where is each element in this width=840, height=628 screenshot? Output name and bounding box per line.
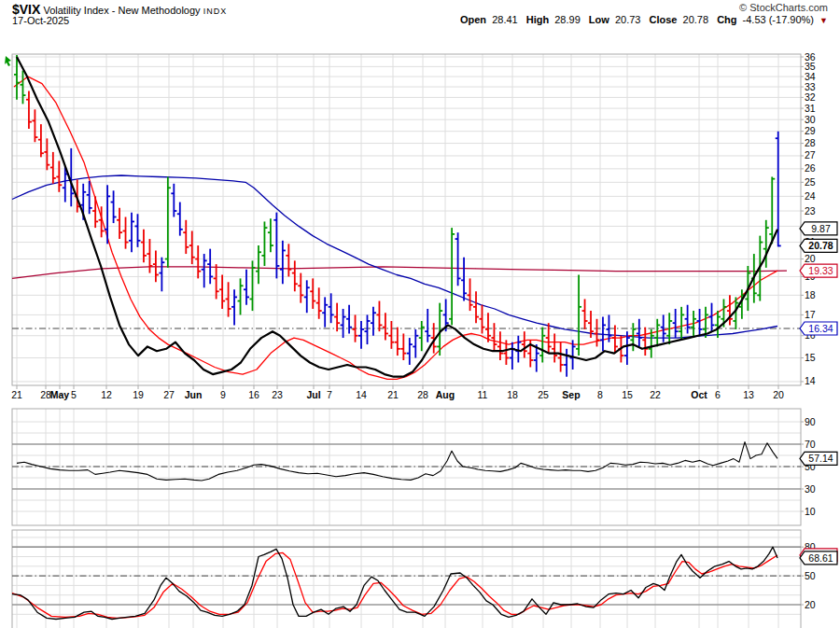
vix-chart-svg: 3635343332313029282726252423222120191817…	[0, 26, 840, 628]
stoch-panel-osc: 80502068.61	[12, 530, 837, 628]
svg-text:57.14: 57.14	[808, 453, 833, 464]
svg-text:Oct: Oct	[691, 389, 707, 400]
svg-text:28: 28	[805, 137, 816, 148]
stoch-panel-osc-label-68.61: 68.61	[800, 551, 837, 565]
svg-text:Jun: Jun	[185, 389, 203, 400]
rsi-panel-osc: 907050301057.14	[12, 409, 837, 525]
svg-text:70: 70	[805, 439, 816, 450]
svg-text:9.87: 9.87	[811, 223, 831, 234]
chg-down-arrow-icon: ▼	[819, 16, 828, 25]
svg-text:Jul: Jul	[306, 389, 320, 400]
svg-text:33: 33	[805, 81, 816, 92]
price-label-19.33: 19.33	[800, 264, 837, 277]
copyright: © StockCharts.com	[739, 2, 828, 13]
svg-text:17: 17	[805, 309, 816, 320]
blue-slow-ma	[12, 175, 777, 338]
svg-text:18: 18	[805, 289, 816, 300]
low-label: Low	[589, 14, 609, 25]
svg-text:22: 22	[650, 389, 661, 400]
svg-text:68.61: 68.61	[808, 552, 833, 564]
svg-text:May: May	[50, 389, 70, 400]
svg-text:30: 30	[805, 114, 816, 125]
price-label-16.34: 16.34	[800, 322, 837, 335]
svg-text:20: 20	[805, 253, 816, 264]
exchange-label: INDX	[203, 7, 228, 16]
svg-text:14: 14	[805, 375, 816, 386]
high-label: High	[526, 14, 549, 25]
svg-text:27: 27	[805, 149, 816, 160]
rsi-panel-osc-label-57.14: 57.14	[800, 452, 837, 465]
svg-text:29: 29	[805, 125, 816, 136]
svg-text:28: 28	[417, 389, 428, 400]
high-value: 28.99	[554, 14, 581, 25]
chart-date: 17-Oct-2025	[12, 15, 69, 26]
svg-text:Aug: Aug	[436, 389, 455, 400]
svg-text:27: 27	[163, 389, 175, 400]
svg-text:21: 21	[11, 389, 22, 400]
svg-text:Sep: Sep	[562, 389, 580, 400]
svg-text:11: 11	[478, 389, 488, 400]
svg-text:10: 10	[805, 506, 816, 517]
svg-text:24: 24	[805, 190, 816, 202]
svg-text:20.78: 20.78	[808, 240, 833, 251]
svg-text:13: 13	[743, 389, 754, 400]
svg-text:19: 19	[133, 389, 144, 400]
svg-text:19.33: 19.33	[808, 265, 833, 276]
price-label-20.78: 20.78	[800, 239, 837, 252]
x-axis-labels-top: 2128May5121927Jun91623Jul7142128Aug11182…	[11, 385, 784, 400]
svg-text:8: 8	[597, 389, 603, 400]
close-label: Close	[650, 14, 678, 25]
stoch-k-line	[12, 547, 777, 619]
price-label-9.87: 9.87	[800, 222, 837, 235]
svg-text:20: 20	[773, 389, 784, 400]
svg-text:5: 5	[71, 389, 77, 400]
chart-header: $VIX Volatility Index - New Methodology …	[12, 2, 828, 28]
svg-text:18: 18	[507, 389, 518, 400]
svg-text:14: 14	[356, 389, 367, 400]
cursor-icon	[5, 56, 11, 66]
rsi-line	[17, 442, 777, 481]
close-value: 20.78	[683, 14, 709, 25]
svg-text:90: 90	[805, 416, 816, 427]
svg-text:30: 30	[805, 483, 816, 495]
svg-text:31: 31	[805, 103, 816, 114]
price-panel: 3635343332313029282726252423222120191817…	[5, 51, 837, 387]
price-overlays	[12, 77, 787, 379]
svg-text:16.34: 16.34	[808, 323, 833, 334]
svg-text:50: 50	[805, 570, 816, 581]
quote-line: Open 28.41 High 28.99 Low 20.73 Close 20…	[460, 14, 828, 25]
svg-text:25: 25	[805, 176, 816, 188]
vix-chart-page: $VIX Volatility Index - New Methodology …	[0, 0, 840, 628]
svg-text:32: 32	[805, 91, 816, 103]
chg-value: -4.53 (-17.90%)	[743, 14, 814, 25]
low-value: 20.73	[615, 14, 641, 25]
open-label: Open	[460, 14, 486, 25]
svg-text:23: 23	[805, 205, 816, 216]
svg-text:12: 12	[101, 389, 112, 400]
svg-text:25: 25	[538, 389, 549, 400]
svg-text:9: 9	[220, 389, 226, 400]
svg-text:23: 23	[272, 389, 283, 400]
svg-text:6: 6	[715, 389, 721, 400]
svg-text:7: 7	[327, 389, 332, 400]
open-value: 28.41	[492, 14, 518, 25]
svg-text:21: 21	[387, 389, 399, 400]
svg-text:20: 20	[805, 599, 816, 610]
chg-label: Chg	[717, 14, 736, 25]
svg-text:26: 26	[805, 162, 816, 174]
svg-text:15: 15	[805, 352, 816, 363]
svg-text:16: 16	[248, 389, 259, 400]
svg-text:15: 15	[622, 389, 633, 400]
